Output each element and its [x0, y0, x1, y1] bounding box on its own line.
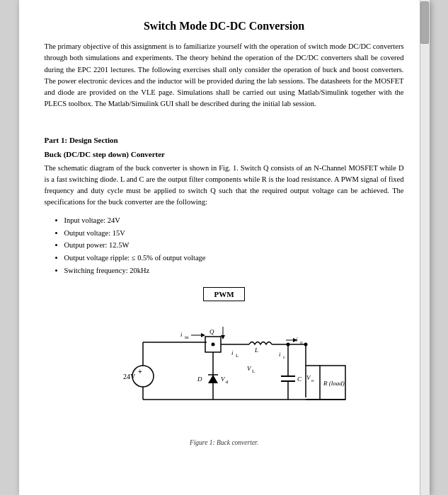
svg-text:L: L	[254, 346, 258, 354]
list-item: Switching frequency: 20kHz	[64, 264, 404, 277]
svg-text:V: V	[247, 365, 252, 372]
svg-text:V: V	[221, 375, 226, 383]
list-item: Output power: 12.5W	[64, 239, 404, 252]
circuit-area: PWM i in Q i L L	[45, 287, 404, 446]
circuit-diagram: i in Q i L L	[86, 305, 362, 436]
svg-text:i: i	[180, 331, 183, 338]
page: Switch Mode DC-DC Conversion The primary…	[19, 0, 430, 495]
svg-marker-8	[221, 335, 225, 339]
svg-text:L: L	[236, 353, 239, 359]
svg-text:o: o	[300, 339, 303, 345]
svg-point-38	[132, 366, 154, 387]
specs-list: Input voltage: 24V Output voltage: 15V O…	[64, 214, 404, 277]
svg-text:24V: 24V	[123, 373, 136, 380]
svg-text:in: in	[185, 334, 189, 340]
svg-text:i: i	[231, 349, 234, 356]
description-paragraph: The schematic diagram of the buck conver…	[45, 163, 404, 209]
svg-text:i: i	[279, 351, 281, 358]
list-item: Output voltage ripple: ≤ 0.5% of output …	[64, 252, 404, 264]
section-spacer	[45, 116, 404, 136]
list-item: Output voltage: 15V	[64, 227, 404, 240]
svg-text:L: L	[252, 368, 255, 374]
svg-text:o: o	[311, 378, 314, 383]
svg-text:c: c	[283, 354, 285, 360]
svg-text:R (load): R (load)	[323, 380, 345, 387]
scrollbar-thumb[interactable]	[420, 1, 429, 44]
svg-text:V: V	[306, 374, 311, 381]
svg-point-48	[211, 342, 214, 346]
intro-paragraph: The primary objective of this assignment…	[45, 41, 404, 110]
svg-text:C: C	[297, 375, 302, 383]
svg-text:D: D	[197, 375, 202, 383]
svg-marker-3	[201, 333, 205, 337]
svg-text:Q: Q	[209, 328, 214, 335]
svg-text:+: +	[138, 368, 142, 375]
fig-caption: Figure 1: Buck converter.	[190, 439, 258, 446]
svg-text:d: d	[226, 379, 229, 385]
svg-text:i: i	[296, 336, 298, 343]
page-title: Switch Mode DC-DC Conversion	[45, 20, 404, 33]
svg-marker-43	[208, 375, 218, 383]
part-heading: Part 1: Design Section	[45, 136, 404, 144]
sub-heading: Buck (DC/DC step down) Converter	[45, 150, 404, 158]
pwm-box: PWM	[203, 287, 244, 301]
scrollbar[interactable]	[420, 0, 430, 495]
list-item: Input voltage: 24V	[64, 214, 404, 227]
